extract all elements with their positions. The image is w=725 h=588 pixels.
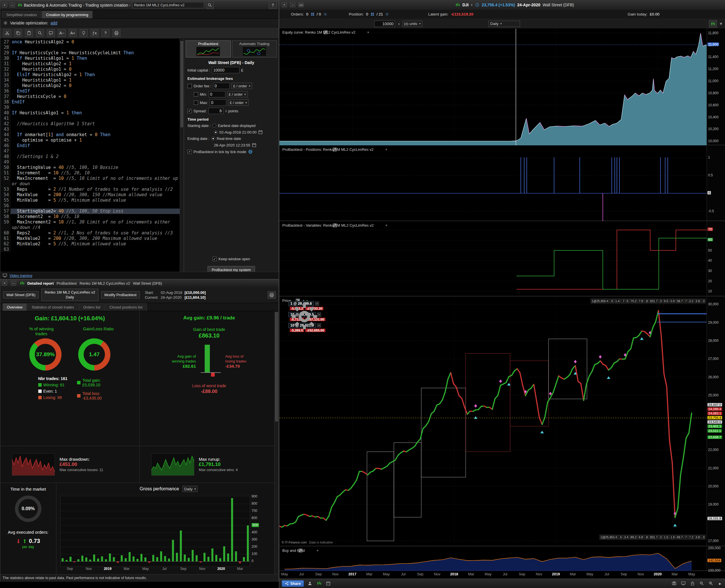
share-button[interactable]: Share <box>282 580 304 587</box>
code-line[interactable]: 32 HeuristicsAlgo1 = 0 <box>0 67 184 72</box>
position-gear-icon[interactable] <box>283 324 287 328</box>
code-line[interactable]: 38EndIf <box>0 99 184 105</box>
insert-function-button[interactable]: ƒx <box>90 29 99 37</box>
code-editor[interactable]: 27once HeuristicsAlgo2 = 028 29If Heuris… <box>0 39 184 280</box>
calendar-icon[interactable] <box>258 130 263 134</box>
code-line[interactable]: 46 Endif <box>0 143 184 148</box>
tab-probacktest[interactable]: ProBacktest <box>186 41 231 58</box>
tick-mode-checkbox[interactable]: ✓ <box>187 150 192 154</box>
zoom-in-button[interactable] <box>708 581 714 586</box>
modify-probacktest-button[interactable]: Modify ProBacktest <box>101 291 140 298</box>
code-line[interactable]: 44 If onmarket[1] and onmarket = 0 Then <box>0 132 184 138</box>
min-fee-checkbox[interactable]: ✓ <box>194 92 198 97</box>
code-line[interactable]: 54 MaxValue = 200 //20, 300, 150 //Maxim… <box>0 192 184 197</box>
system-selector[interactable]: Renko 1M ML2 CycLimRes v2 <box>132 2 204 8</box>
report-tab-statistics-of-closed-trades[interactable]: Statistics of closed trades <box>27 303 78 311</box>
code-line[interactable]: 60 Reps2 = 2 //1, 2 Nos of trades to use… <box>0 230 184 236</box>
position-list-icon[interactable] <box>370 12 374 16</box>
code-line[interactable]: 47 <box>0 148 184 154</box>
calendar-icon[interactable] <box>252 143 257 147</box>
spread-stepper[interactable]: ▴▾ <box>226 109 227 112</box>
editor-scrollbar[interactable] <box>180 39 184 280</box>
zoom-out-button[interactable] <box>699 581 705 586</box>
code-line[interactable]: 40If HeuristicsAlgo1 = 1 then <box>0 110 184 116</box>
font-increase-button[interactable]: A+ <box>69 29 77 37</box>
code-line[interactable]: 49 <box>0 160 184 165</box>
code-line[interactable]: 36 EndIf <box>0 88 184 94</box>
comment-button[interactable] <box>47 29 55 37</box>
order-fee-unit-select[interactable]: £ / order▾ <box>231 83 252 89</box>
positions-panel[interactable]: 10.50-0.50 ProBacktest - Positions: Renk… <box>279 146 725 221</box>
earliest-date-radio[interactable] <box>213 124 216 128</box>
code-line[interactable]: 51 Increment = 10 //5, 20, 10 <box>0 170 184 176</box>
minimize-icon[interactable]: – <box>10 3 15 7</box>
paste-button[interactable] <box>25 29 33 37</box>
close-icon[interactable]: × <box>2 3 7 7</box>
close-icon[interactable]: × <box>282 3 287 7</box>
print-report-button[interactable] <box>268 291 276 299</box>
code-line[interactable]: 28 <box>0 45 184 50</box>
chart-type-caret-icon[interactable]: ▾ <box>720 21 722 26</box>
tab-creation-by-programming[interactable]: Creation by programming <box>42 11 93 18</box>
code-line[interactable]: 58 Increment2 = 10 //5, 10 <box>0 214 184 219</box>
max-fee-checkbox[interactable]: ✓ <box>194 101 198 105</box>
panel-detach-icon[interactable] <box>380 224 384 227</box>
copy-button[interactable] <box>14 29 22 37</box>
report-tab-closed-positions-list[interactable]: Closed positions list <box>105 303 147 311</box>
units-select[interactable]: (x) units▾ <box>402 21 423 27</box>
chart-list-button[interactable] <box>316 581 322 586</box>
help-code-button[interactable]: ? <box>101 29 109 37</box>
code-line[interactable]: 56 <box>0 203 184 209</box>
code-line[interactable]: 30 If HeuristicsAlgo1 = 1 Then <box>0 56 184 61</box>
chart-type-button[interactable] <box>709 20 717 27</box>
info-icon[interactable] <box>475 3 480 7</box>
buy-and-hold-panel[interactable]: 200,000100,000142,504 Buy and Hold × <box>279 547 725 571</box>
tab-automatic-trading[interactable]: Automatic Trading <box>232 41 277 58</box>
quantity-input[interactable] <box>374 21 395 27</box>
search-code-button[interactable] <box>36 29 44 37</box>
minimize-icon[interactable]: – <box>11 281 16 286</box>
position-settings-icon[interactable] <box>385 12 389 16</box>
minimize-icon[interactable]: – <box>290 3 295 7</box>
order-fee-input[interactable] <box>213 83 230 89</box>
gross-performance-timeframe-select[interactable]: Daily▾ <box>183 486 198 492</box>
scrollbar-thumb[interactable] <box>181 41 183 127</box>
spread-checkbox[interactable]: ✓ <box>187 109 192 113</box>
keep-window-checkbox[interactable]: ✓ <box>213 257 217 261</box>
print-code-button[interactable] <box>113 29 120 37</box>
scrollbar-thumb[interactable] <box>275 312 278 421</box>
code-line[interactable]: 37 HeuristicsCycle = 0 <box>0 94 184 99</box>
price-panel[interactable]: 30,00029,00028,00027,00026,00025,00022,0… <box>279 297 725 546</box>
min-fee-input[interactable] <box>209 91 225 97</box>
code-line[interactable]: 57 StartingValue2= 40 //5, 100, 50 Stop … <box>0 209 184 214</box>
code-line[interactable]: 62 MinValue2 = 5 //5, Minimum allowed va… <box>0 241 184 247</box>
panel-detach-icon[interactable] <box>380 148 384 151</box>
tab-simplified-creation[interactable]: Simplified creation <box>2 11 41 18</box>
code-line[interactable]: 42 //Heuristics Algorithm 1 Start <box>0 121 184 127</box>
code-line[interactable]: 39 <box>0 105 184 110</box>
time-axis[interactable]: MayJulSepNov2017MarMayJulSepNov2018MarMa… <box>279 571 707 579</box>
help-button[interactable]: ? <box>269 1 277 9</box>
max-fee-unit-select[interactable]: £ / order▾ <box>228 99 249 106</box>
code-line[interactable]: 53 Reps = 2 //1 Number of trades to use … <box>0 187 184 192</box>
code-line[interactable]: 27once HeuristicsAlgo2 = 0 <box>0 39 184 45</box>
code-line[interactable]: 50 StartingValue = 40 //5, 100, 10 Boxsi… <box>0 165 184 170</box>
font-decrease-button[interactable]: A− <box>58 29 66 37</box>
equity-curve-panel[interactable]: 10,00010,20010,40010,60010,80011,00011,2… <box>279 29 725 145</box>
code-line[interactable]: 29If HeuristicsCycle >= HeuristicsCycleL… <box>0 50 184 56</box>
code-line[interactable]: 41 <box>0 116 184 121</box>
search-system-icon[interactable] <box>206 1 214 9</box>
profile-button[interactable] <box>307 581 313 586</box>
code-line[interactable]: 48 //Settings 1 & 2 <box>0 154 184 160</box>
start-date-radio[interactable] <box>214 130 218 134</box>
spread-input[interactable] <box>208 108 223 114</box>
scroll-right-button[interactable]: ▸ <box>717 581 723 586</box>
video-training-link[interactable]: Video training <box>9 273 32 278</box>
orders-list-icon[interactable] <box>311 12 315 16</box>
symbol-name[interactable]: DJI <box>462 3 468 7</box>
code-line[interactable]: 59 MaxIncrement2 = 10 //1, 30 Limit of n… <box>0 219 184 230</box>
code-line[interactable]: 45 optimise = optimise + 1 <box>0 138 184 143</box>
realtime-date-radio[interactable] <box>211 137 215 141</box>
report-scrollbar[interactable] <box>274 311 279 574</box>
code-line[interactable]: 33 ElsIf HeuristicsAlgo2 = 1 Then <box>0 72 184 78</box>
